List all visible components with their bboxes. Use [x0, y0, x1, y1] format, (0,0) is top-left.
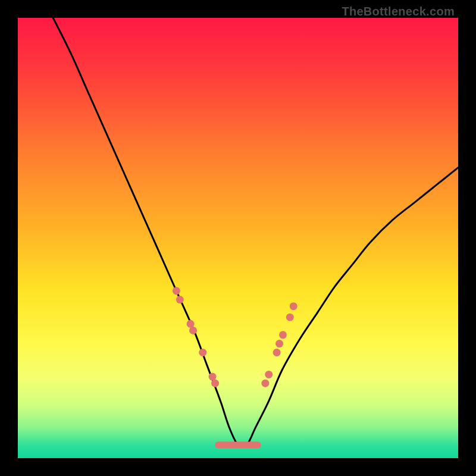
chart-frame [18, 18, 458, 458]
data-point-marker [279, 331, 287, 339]
data-point-marker [187, 320, 195, 328]
data-point-marker [209, 373, 217, 381]
data-point-marker [286, 314, 294, 321]
data-point-marker [176, 296, 184, 303]
data-point-marker [211, 380, 219, 387]
data-point-marker [275, 340, 283, 347]
data-point-marker [189, 327, 197, 334]
data-point-marker [173, 287, 180, 295]
watermark-text: TheBottleneck.com [342, 5, 455, 18]
data-point-marker [199, 349, 206, 356]
data-point-marker [290, 302, 298, 310]
data-point-marker [265, 371, 273, 378]
data-point-marker [273, 349, 281, 356]
bottleneck-chart [18, 18, 458, 458]
data-point-marker [261, 380, 269, 387]
